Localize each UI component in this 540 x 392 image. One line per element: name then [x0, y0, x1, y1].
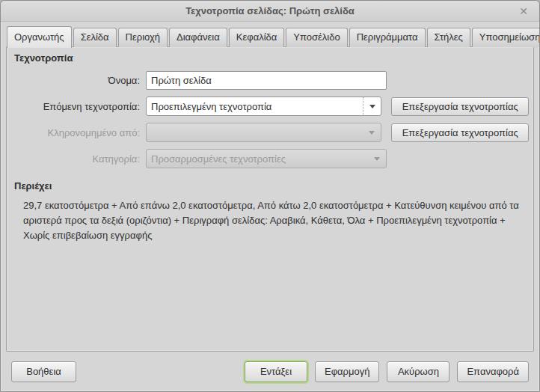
next-style-label: Επόμενη τεχνοτροπία: [11, 101, 140, 112]
reset-button[interactable]: Επαναφορά [457, 361, 529, 382]
inherited-from-label: Κληρονομημένο από: [11, 127, 140, 138]
contains-description: 29,7 εκατοστόμετρα + Από επάνω 2,0 εκατο… [23, 198, 524, 243]
cancel-button[interactable]: Ακύρωση [387, 361, 450, 382]
tab-label: Οργανωτής [14, 31, 64, 43]
edit-next-style-button[interactable]: Επεξεργασία τεχνοτροπίας [391, 97, 529, 116]
ok-button[interactable]: Εντάξει [245, 361, 307, 382]
name-label: Όνομα: [11, 75, 140, 86]
tab-organizer[interactable]: Οργανωτής [7, 26, 72, 48]
dropdown-arrow-button [368, 150, 386, 168]
tab-area[interactable]: Περιοχή [118, 28, 168, 47]
page-style-dialog: Τεχνοτροπία σελίδας: Πρώτη σελίδα ✕ Οργα… [0, 0, 540, 392]
dropdown-arrow-button[interactable] [363, 97, 381, 115]
style-section-title: Τεχνοτροπία [14, 52, 533, 64]
next-style-value: Προεπιλεγμένη τεχνοτροπία [147, 101, 363, 112]
dropdown-arrow-button [363, 123, 381, 141]
tab-label: Υποσέλιδο [293, 31, 340, 43]
name-row: Όνομα: [11, 70, 529, 90]
tab-footnote[interactable]: Υποσημείωση [472, 28, 540, 47]
tab-transparency[interactable]: Διαφάνεια [169, 28, 227, 47]
help-button[interactable]: Βοήθεια [11, 361, 76, 382]
tab-borders[interactable]: Περιγράμματα [349, 28, 426, 47]
chevron-down-icon [369, 105, 375, 108]
next-style-row: Επόμενη τεχνοτροπία: Προεπιλεγμένη τεχνο… [11, 97, 529, 116]
chevron-down-icon [374, 157, 380, 161]
tab-label: Υποσημείωση [479, 31, 540, 43]
contains-section-title: Περιέχει [14, 180, 533, 192]
titlebar: Τεχνοτροπία σελίδας: Πρώτη σελίδα ✕ [1, 1, 539, 22]
tab-page[interactable]: Σελίδα [73, 28, 117, 47]
organizer-tab-page: Τεχνοτροπία Όνομα: Επόμενη τεχνοτροπία: … [6, 46, 534, 352]
close-icon[interactable]: ✕ [515, 4, 532, 19]
tab-label: Στήλες [435, 31, 463, 43]
edit-inherited-style-button[interactable]: Επεξεργασία τεχνοτροπίας [391, 123, 529, 142]
tab-label: Περιγράμματα [357, 31, 418, 43]
category-row: Κατηγορία: Προσαρμοσμένες τεχνοτροπίες [11, 149, 529, 168]
tab-header[interactable]: Κεφαλίδα [229, 28, 285, 47]
category-dropdown: Προσαρμοσμένες τεχνοτροπίες [146, 149, 387, 168]
tab-footer[interactable]: Υποσέλιδο [286, 28, 347, 47]
tab-columns[interactable]: Στήλες [427, 28, 470, 47]
category-value: Προσαρμοσμένες τεχνοτροπίες [147, 153, 368, 165]
tab-label: Διαφάνεια [177, 31, 220, 43]
inherited-from-row: Κληρονομημένο από: Επεξεργασία τεχνοτροπ… [11, 123, 529, 142]
tab-label: Σελίδα [81, 31, 109, 43]
next-style-dropdown[interactable]: Προεπιλεγμένη τεχνοτροπία [146, 97, 381, 116]
dialog-title: Τεχνοτροπία σελίδας: Πρώτη σελίδα [185, 5, 355, 16]
apply-button[interactable]: Εφαρμογή [315, 361, 379, 382]
tab-label: Περιοχή [126, 31, 160, 43]
chevron-down-icon [369, 131, 375, 135]
tab-label: Κεφαλίδα [236, 31, 277, 43]
dialog-footer: Βοήθεια Εντάξει Εφαρμογή Ακύρωση Επαναφο… [11, 361, 529, 382]
category-label: Κατηγορία: [11, 153, 140, 165]
inherited-from-dropdown [146, 123, 381, 142]
name-input[interactable] [146, 71, 387, 90]
tab-bar: Οργανωτής Σελίδα Περιοχή Διαφάνεια Κεφαλ… [1, 25, 539, 47]
